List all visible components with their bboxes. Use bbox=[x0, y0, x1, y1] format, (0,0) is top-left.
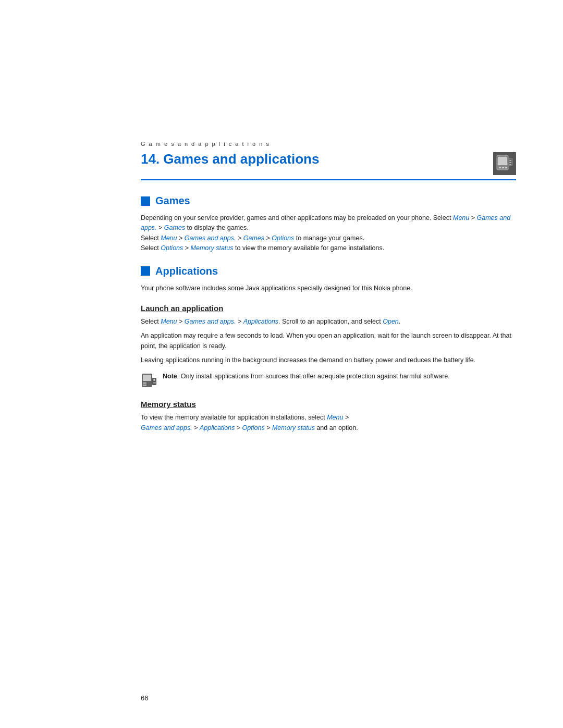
games-link-games2: Games bbox=[243, 235, 264, 242]
svg-rect-3 bbox=[502, 167, 504, 168]
games-blue-square bbox=[141, 196, 150, 206]
games-body-text: Depending on your service provider, game… bbox=[141, 213, 516, 254]
applications-heading-text: Applications bbox=[155, 265, 218, 277]
games-link-options1: Options bbox=[272, 235, 294, 242]
content-area: G a m e s a n d a p p l i c a t i o n s … bbox=[141, 0, 516, 433]
launch-body1: Select Menu > Games and apps. > Applicat… bbox=[141, 317, 516, 327]
games-link-options2: Options bbox=[161, 244, 183, 252]
svg-rect-15 bbox=[153, 382, 156, 384]
games-link-games1: Games bbox=[164, 224, 185, 231]
games-link-gamesandapps2: Games and apps. bbox=[185, 235, 236, 242]
note-label: Note bbox=[163, 373, 177, 380]
memory-link-memorystatus: Memory status bbox=[272, 424, 315, 431]
svg-rect-10 bbox=[143, 375, 151, 381]
svg-rect-7 bbox=[509, 162, 511, 163]
svg-point-14 bbox=[153, 379, 155, 381]
memory-link-applications: Applications bbox=[200, 424, 235, 431]
note-box: Note: Only install applications from sou… bbox=[141, 372, 516, 389]
games-section-heading: Games bbox=[141, 195, 516, 207]
launch-link-open: Open bbox=[383, 318, 399, 325]
chapter-title: 14. Games and applications bbox=[141, 151, 319, 167]
svg-rect-2 bbox=[499, 167, 501, 168]
games-heading-text: Games bbox=[155, 195, 190, 207]
svg-rect-6 bbox=[509, 160, 511, 161]
chapter-icon bbox=[493, 152, 516, 175]
page-number: 66 bbox=[141, 694, 148, 702]
launch-link-menu: Menu bbox=[161, 318, 177, 325]
page: G a m e s a n d a p p l i c a t i o n s … bbox=[0, 0, 563, 728]
applications-body-text: Your phone software includes some Java a… bbox=[141, 283, 516, 293]
launch-subsection-heading: Launch an application bbox=[141, 304, 516, 313]
launch-link-applications: Applications bbox=[243, 318, 278, 325]
svg-rect-1 bbox=[498, 157, 507, 165]
applications-blue-square bbox=[141, 266, 150, 276]
svg-rect-11 bbox=[143, 382, 146, 384]
memory-link-options: Options bbox=[242, 424, 265, 431]
note-icon bbox=[141, 373, 157, 389]
launch-body2: An application may require a few seconds… bbox=[141, 331, 516, 351]
games-link-menu1: Menu bbox=[453, 214, 469, 221]
applications-section-heading: Applications bbox=[141, 265, 516, 277]
games-link-menu2: Menu bbox=[161, 235, 177, 242]
svg-rect-8 bbox=[509, 164, 511, 165]
chapter-header: 14. Games and applications bbox=[141, 151, 516, 180]
svg-rect-12 bbox=[143, 385, 146, 386]
launch-body3: Leaving applications running in the back… bbox=[141, 355, 516, 365]
memory-link-menu: Menu bbox=[327, 414, 343, 421]
games-link-memorystatus: Memory status bbox=[191, 244, 234, 252]
memory-body1: To view the memory available for applica… bbox=[141, 413, 516, 433]
memory-subsection-heading: Memory status bbox=[141, 400, 516, 409]
note-text: Note: Only install applications from sou… bbox=[163, 372, 450, 381]
memory-link-gamesandapps: Games and apps. bbox=[141, 424, 192, 431]
launch-link-gamesandapps: Games and apps. bbox=[185, 318, 236, 325]
svg-rect-4 bbox=[505, 167, 507, 168]
section-label: G a m e s a n d a p p l i c a t i o n s bbox=[141, 141, 516, 147]
